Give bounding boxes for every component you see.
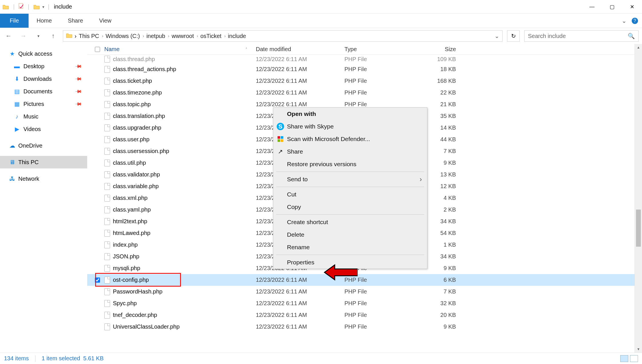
tab-home[interactable]: Home <box>29 14 60 28</box>
back-button[interactable]: ← <box>3 31 14 41</box>
menu-item[interactable]: Cut <box>273 188 427 201</box>
menu-item[interactable]: ↗Share <box>273 145 427 158</box>
file-name-cell[interactable]: class.yaml.php <box>104 206 256 213</box>
file-name-cell[interactable]: class.user.php <box>104 136 256 143</box>
file-name-cell[interactable]: class.util.php <box>104 160 256 166</box>
file-name-cell[interactable]: class.validator.php <box>104 171 256 178</box>
refresh-button[interactable]: ↻ <box>507 30 520 42</box>
file-row[interactable]: class.thread.php12/23/2022 6:11 AMPHP Fi… <box>87 55 642 63</box>
address-dropdown-icon[interactable]: ⌄ <box>495 33 499 39</box>
file-name-cell[interactable]: mysqli.php <box>104 265 256 272</box>
file-name-cell[interactable]: class.translation.php <box>104 113 256 120</box>
file-row[interactable]: ost-config.php12/23/2022 6:11 AMPHP File… <box>87 274 642 286</box>
column-type[interactable]: Type <box>344 46 419 53</box>
crumb-include[interactable]: include <box>228 33 246 39</box>
menu-item[interactable]: Open with <box>273 108 427 120</box>
file-name-cell[interactable]: index.php <box>104 242 256 248</box>
file-name-cell[interactable]: class.topic.php <box>104 101 256 108</box>
crumb-inetpub[interactable]: inetpub› <box>146 33 169 39</box>
close-button[interactable]: ✕ <box>622 0 642 14</box>
ribbon-expand-icon[interactable]: ⌄ <box>622 17 627 24</box>
chevron-right-icon[interactable]: › <box>75 33 77 39</box>
search-icon[interactable]: 🔍 <box>628 33 635 39</box>
file-row[interactable]: class.ticket.php12/23/2022 6:11 AMPHP Fi… <box>87 75 642 87</box>
help-icon[interactable]: ? <box>632 18 638 24</box>
sidebar-desktop[interactable]: ▬Desktop📌 <box>0 60 87 73</box>
sidebar-network[interactable]: 🖧Network <box>0 172 87 185</box>
sidebar-onedrive[interactable]: ☁OneDrive <box>0 139 87 152</box>
sidebar-documents[interactable]: ▤Documents📌 <box>0 85 87 98</box>
menu-item[interactable]: Restore previous versions <box>273 158 427 170</box>
file-row[interactable]: UniversalClassLoader.php12/23/2022 6:11 … <box>87 321 642 333</box>
menu-item[interactable]: Scan with Microsoft Defender... <box>273 133 427 145</box>
minimize-button[interactable]: — <box>582 0 602 14</box>
folder-icon-small[interactable] <box>33 3 41 11</box>
file-tab[interactable]: File <box>0 14 29 28</box>
crumb-windows-c[interactable]: Windows (C:)› <box>105 33 144 39</box>
separator: | <box>26 3 31 10</box>
maximize-button[interactable]: ▢ <box>602 0 622 14</box>
file-name-cell[interactable]: html2text.php <box>104 218 256 225</box>
file-name-cell[interactable]: class.variable.php <box>104 183 256 190</box>
forward-button[interactable]: → <box>18 31 29 41</box>
menu-item[interactable]: Rename <box>273 241 427 254</box>
row-checkbox[interactable] <box>91 277 104 283</box>
qat-dropdown-icon[interactable]: ▾ <box>42 5 44 9</box>
sidebar-music[interactable]: ♪Music <box>0 110 87 123</box>
file-name-cell[interactable]: tnef_decoder.php <box>104 312 256 319</box>
thumbnails-view-icon[interactable] <box>630 355 638 362</box>
vertical-scrollbar[interactable]: ▲ ▼ <box>635 44 642 353</box>
file-row[interactable]: PasswordHash.php12/23/2022 6:11 AMPHP Fi… <box>87 286 642 297</box>
details-view-icon[interactable] <box>620 355 628 362</box>
address-bar[interactable]: › This PC› Windows (C:)› inetpub› wwwroo… <box>63 30 503 42</box>
column-date[interactable]: Date modified <box>256 46 344 53</box>
sidebar-this-pc[interactable]: 🖥This PC <box>0 156 87 168</box>
file-name-cell[interactable]: class.upgrader.php <box>104 124 256 131</box>
tab-view[interactable]: View <box>91 14 119 28</box>
file-name-cell[interactable]: class.timezone.php <box>104 89 256 96</box>
file-row[interactable]: class.thread_actions.php12/23/2022 6:11 … <box>87 63 642 75</box>
menu-item[interactable]: Copy <box>273 201 427 213</box>
file-icon <box>104 300 110 307</box>
file-row[interactable]: class.timezone.php12/23/2022 6:11 AMPHP … <box>87 87 642 98</box>
file-name-cell[interactable]: class.xml.php <box>104 195 256 202</box>
scroll-up-icon[interactable]: ▲ <box>635 44 642 51</box>
recent-dropdown[interactable]: ▾ <box>33 31 43 41</box>
file-name-cell[interactable]: Spyc.php <box>104 300 256 307</box>
file-date-cell: 12/23/2022 6:11 AM <box>256 101 344 108</box>
pin-icon: 📌 <box>75 75 83 83</box>
tab-share[interactable]: Share <box>60 14 91 28</box>
search-box[interactable]: Search include 🔍 <box>524 30 639 42</box>
file-name-cell[interactable]: class.thread_actions.php <box>104 66 256 73</box>
qat-properties-icon[interactable] <box>18 3 24 11</box>
menu-item[interactable]: Delete <box>273 228 427 241</box>
file-row[interactable]: tnef_decoder.php12/23/2022 6:11 AMPHP Fi… <box>87 309 642 321</box>
file-row[interactable]: Spyc.php12/23/2022 6:11 AMPHP File32 KB <box>87 297 642 309</box>
file-name-cell[interactable]: PasswordHash.php <box>104 288 256 295</box>
file-icon <box>104 277 110 283</box>
file-name-cell[interactable]: class.ticket.php <box>104 78 256 85</box>
crumb-wwwroot[interactable]: wwwroot› <box>172 33 198 39</box>
file-date-cell: 12/23/2022 6:11 AM <box>256 78 344 84</box>
column-name[interactable]: Name˄ <box>104 46 256 53</box>
up-button[interactable]: ↑ <box>48 31 58 41</box>
menu-item[interactable]: Create shortcut <box>273 216 427 228</box>
file-name-cell[interactable]: class.usersession.php <box>104 148 256 155</box>
quick-access[interactable]: ★ Quick access <box>0 47 87 60</box>
file-name-cell[interactable]: UniversalClassLoader.php <box>104 323 256 330</box>
column-size[interactable]: Size <box>419 46 464 53</box>
crumb-this-pc[interactable]: This PC› <box>79 33 103 39</box>
file-name-cell[interactable]: htmLawed.php <box>104 230 256 237</box>
file-name-cell[interactable]: JSON.php <box>104 253 256 260</box>
sidebar-pictures[interactable]: ▦Pictures📌 <box>0 98 87 110</box>
menu-item[interactable]: Send to <box>273 173 427 186</box>
scroll-thumb[interactable] <box>636 210 641 247</box>
select-all-checkbox[interactable] <box>91 47 104 52</box>
crumb-osticket[interactable]: osTicket› <box>200 33 226 39</box>
menu-item[interactable]: SShare with Skype <box>273 120 427 133</box>
sidebar-downloads[interactable]: ⬇Downloads📌 <box>0 73 87 85</box>
sidebar-videos[interactable]: ▶Videos <box>0 123 87 135</box>
file-name-cell[interactable]: ost-config.php <box>104 277 256 283</box>
file-name-cell[interactable]: class.thread.php <box>104 56 256 63</box>
scroll-down-icon[interactable]: ▼ <box>635 346 642 353</box>
